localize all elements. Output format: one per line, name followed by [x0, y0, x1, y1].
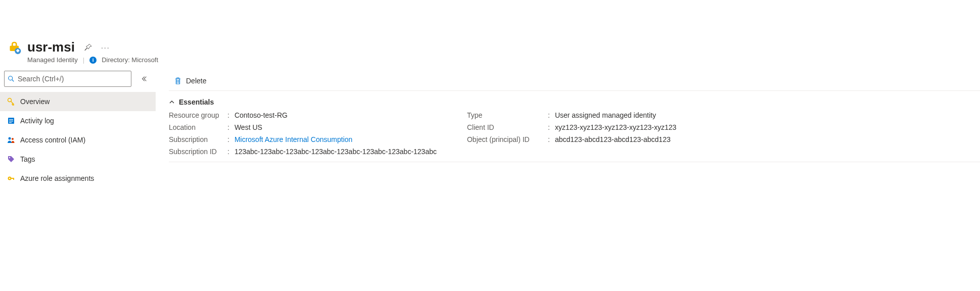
- key-simple-icon: [7, 174, 15, 182]
- pin-button[interactable]: [84, 43, 92, 52]
- people-icon: [7, 136, 15, 144]
- svg-point-10: [9, 157, 10, 158]
- prop-object-id: Object (principal) ID : abcd123-abcd123-…: [467, 135, 676, 143]
- sidebar-item-label: Access control (IAM): [20, 136, 85, 144]
- sidebar-item-activity-log[interactable]: Activity log: [0, 111, 156, 130]
- sidebar-item-label: Overview: [20, 98, 50, 106]
- prop-subscription-id: Subscription ID : 123abc-123abc-123abc-1…: [169, 148, 437, 156]
- chevron-up-icon: [169, 99, 175, 105]
- svg-point-3: [8, 99, 12, 102]
- page-title: usr-msi: [27, 39, 75, 55]
- svg-point-12: [9, 178, 11, 179]
- toolbar: Delete: [169, 71, 980, 91]
- subscription-link[interactable]: Microsoft Azure Internal Consumption: [235, 135, 352, 143]
- sidebar-item-azure-role-assignments[interactable]: Azure role assignments: [0, 169, 156, 188]
- prop-client-id: Client ID : xyz123-xyz123-xyz123-xyz123-…: [467, 123, 676, 131]
- sidebar-item-label: Tags: [20, 155, 35, 163]
- svg-rect-6: [9, 121, 13, 121]
- svg-point-8: [9, 137, 11, 140]
- svg-line-2: [12, 80, 14, 82]
- essentials-label: Essentials: [179, 98, 214, 106]
- prop-location: Location : West US: [169, 123, 437, 131]
- key-icon: [7, 98, 15, 106]
- page-header: usr-msi ··· Managed Identity | i Directo…: [0, 34, 980, 71]
- info-icon: i: [89, 57, 97, 64]
- sidebar-item-label: Activity log: [20, 117, 54, 125]
- search-icon: [8, 75, 15, 82]
- sidebar-item-access-control[interactable]: Access control (IAM): [0, 130, 156, 150]
- essentials-toggle[interactable]: Essentials: [169, 91, 980, 111]
- subtitle-divider: |: [83, 56, 84, 64]
- prop-subscription: Subscription : Microsoft Azure Internal …: [169, 135, 437, 143]
- log-icon: [7, 117, 15, 125]
- sidebar-item-overview[interactable]: Overview: [0, 92, 156, 111]
- delete-button[interactable]: Delete: [169, 71, 211, 90]
- svg-rect-14: [13, 178, 14, 180]
- sidebar-item-label: Azure role assignments: [20, 174, 94, 182]
- collapse-sidebar-button[interactable]: [138, 73, 150, 84]
- main-content: Delete Essentials Resource group : Conto…: [156, 71, 980, 162]
- prop-resource-group: Resource group : Contoso-test-RG: [169, 111, 437, 119]
- sidebar-item-tags[interactable]: Tags: [0, 150, 156, 169]
- sidebar: Overview Activity log Access control (IA…: [0, 71, 156, 188]
- resource-group-link[interactable]: Contoso-test-RG: [235, 111, 288, 119]
- prop-type: Type : User assigned managed identity: [467, 111, 676, 119]
- directory-label: Directory: Microsoft: [102, 56, 158, 64]
- delete-label: Delete: [186, 77, 206, 85]
- essentials-panel: Resource group : Contoso-test-RG Locatio…: [169, 111, 980, 162]
- tag-icon: [7, 155, 15, 163]
- resource-type-label: Managed Identity: [27, 56, 78, 64]
- svg-point-1: [9, 76, 13, 80]
- search-input[interactable]: [18, 75, 128, 83]
- managed-identity-icon: [8, 40, 22, 55]
- svg-rect-7: [9, 122, 12, 123]
- svg-point-9: [12, 138, 14, 140]
- svg-rect-5: [9, 119, 13, 120]
- sidebar-search[interactable]: [4, 71, 131, 87]
- trash-icon: [174, 77, 182, 85]
- more-actions-button[interactable]: ···: [101, 43, 110, 52]
